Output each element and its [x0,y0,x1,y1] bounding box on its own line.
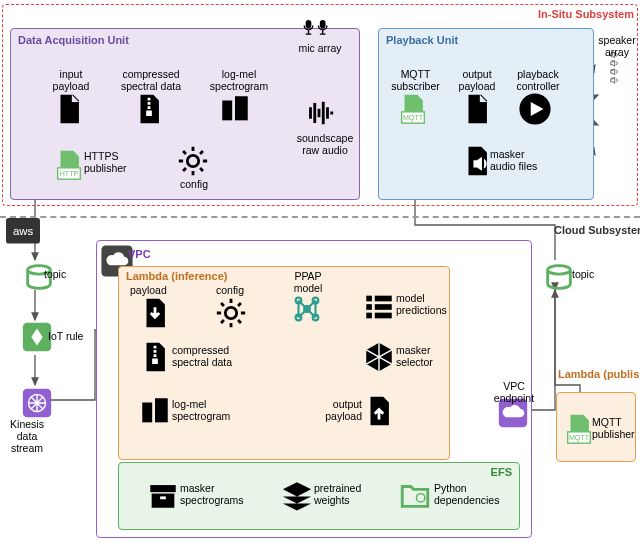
file-icon [52,92,86,126]
layers-icon [280,478,314,512]
svg-text:aws: aws [13,225,33,237]
masker-sel-label: masker selector [396,344,446,368]
python-deps-label: Python dependencies [434,482,504,506]
upload-file-icon [362,394,396,428]
aws-icon: aws [6,218,40,252]
spectrogram-icon [218,92,252,126]
list-icon [362,290,396,324]
svg-rect-20 [142,403,152,423]
masker-files-label: masker audio files [490,148,536,172]
subsystem-divider [0,216,640,218]
kinesis-label: Kinesis data stream [4,418,50,454]
polyhedron-icon [362,340,396,374]
svg-text:MQTT: MQTT [403,114,424,122]
compressed2-label: compressed spectral data [172,344,238,368]
mqtt-icon: MQTT [396,92,430,126]
ppap-label: PPAP model [286,270,330,294]
zip-icon [132,92,166,126]
folder-gear-icon [398,478,432,512]
http-icon: HTTP [52,148,86,182]
lambda-inf-title: Lambda (inference) [126,270,227,282]
zip-icon [138,340,172,374]
svg-rect-27 [375,313,392,319]
topic2-label: topic [572,268,606,280]
model-pred-label: model predictions [396,292,452,316]
logmel2-label: log-mel spectrogram [172,398,238,422]
brain-icon [290,292,324,326]
download-file-icon [138,296,172,330]
svg-rect-23 [375,296,392,302]
svg-rect-28 [150,485,176,492]
topic-icon [542,260,576,294]
mqtt-sub-label: MQTT subscriber [388,68,443,92]
svg-rect-25 [375,304,392,310]
file-icon [460,92,494,126]
input-payload-label: input payload [46,68,96,92]
efs-title: EFS [491,466,512,478]
output-payload-pb-label: output payload [452,68,502,92]
config-lambda-label: config [210,284,250,296]
architecture-diagram: In-Situ Subsystem Cloud Subsystem Data A… [0,0,640,543]
cloud-label: Cloud Subsystem [554,224,634,236]
svg-rect-3 [222,101,232,121]
soundscape-label: soundscape raw audio [290,132,360,156]
mqtt-pub-label: MQTT publisher [592,416,636,440]
compressed-label: compressed spectral data [116,68,186,92]
vpc-title: VPC [128,248,151,260]
kinesis-icon [20,386,54,420]
iot-label: IoT rule [48,330,92,342]
logmel-label: log-mel spectrogram [204,68,274,92]
svg-rect-22 [366,296,372,302]
gear-icon [214,296,248,330]
archive-icon [146,478,180,512]
topic1-label: topic [44,268,78,280]
mqtt-icon: MQTT [562,412,596,446]
masker-spec-label: masker spectrograms [180,482,246,506]
config-daq-label: config [176,178,212,190]
svg-rect-24 [366,304,372,310]
svg-rect-30 [160,496,166,499]
svg-text:MQTT: MQTT [569,434,590,442]
svg-text:HTTP: HTTP [60,170,79,178]
spectrogram-icon [138,394,172,428]
svg-rect-29 [152,494,175,508]
pretrained-label: pretrained weights [314,482,370,506]
svg-rect-21 [155,398,168,422]
audio-file-icon [460,144,494,178]
svg-point-31 [416,494,425,503]
gear-icon [176,144,210,178]
waveform-icon [302,96,336,130]
svg-rect-1 [306,20,312,28]
svg-rect-4 [235,96,248,120]
playback-ctrl-label: playback controller [510,68,566,92]
svg-rect-26 [366,313,372,319]
https-pub-label: HTTPS publisher [84,150,134,174]
daq-title: Data Acquisition Unit [18,34,129,46]
playback-title: Playback Unit [386,34,458,46]
lambda-pub-title: Lambda (publisher) [558,368,634,380]
svg-rect-2 [320,20,326,28]
play-icon [518,92,552,126]
vpc-endpoint-label: VPC endpoint [490,380,538,404]
output-payload-label: output payload [318,398,362,422]
speaker-array-label: speaker array [594,34,640,58]
payload-label: payload [130,284,176,296]
microphone-icon [300,10,334,44]
in-situ-label: In-Situ Subsystem [538,8,634,20]
mic-array-label: mic array [295,42,345,54]
